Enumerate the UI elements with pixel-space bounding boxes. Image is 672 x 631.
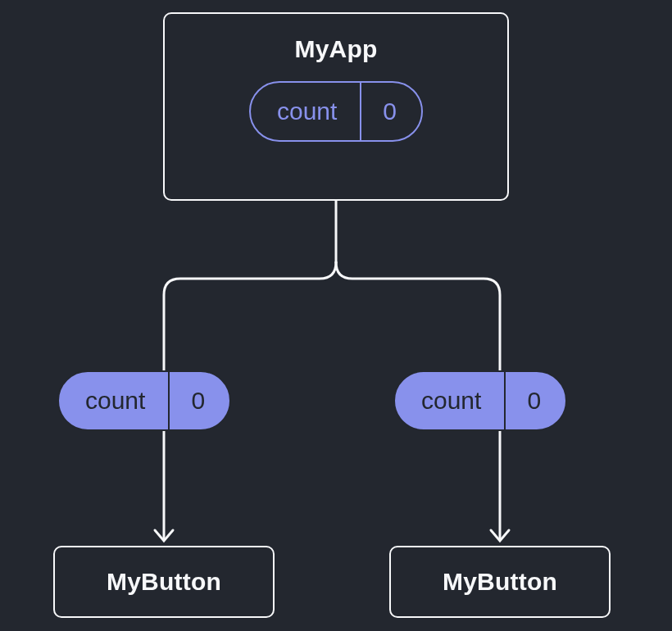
prop-right-value: 0: [506, 372, 565, 429]
root-state-pill: count 0: [249, 81, 423, 142]
root-component-title: MyApp: [295, 35, 378, 63]
root-component-node: MyApp count 0: [163, 12, 509, 201]
prop-pill-left: count 0: [57, 370, 231, 431]
child-component-node-right: MyButton: [389, 546, 611, 618]
prop-left-value: 0: [170, 372, 229, 429]
prop-right-label: count: [395, 372, 504, 429]
child-component-node-left: MyButton: [53, 546, 275, 618]
root-state-label: count: [251, 83, 360, 140]
prop-left-label: count: [59, 372, 168, 429]
root-state-value: 0: [361, 83, 421, 140]
child-right-title: MyButton: [443, 568, 557, 596]
child-left-title: MyButton: [107, 568, 221, 596]
prop-pill-right: count 0: [393, 370, 567, 431]
